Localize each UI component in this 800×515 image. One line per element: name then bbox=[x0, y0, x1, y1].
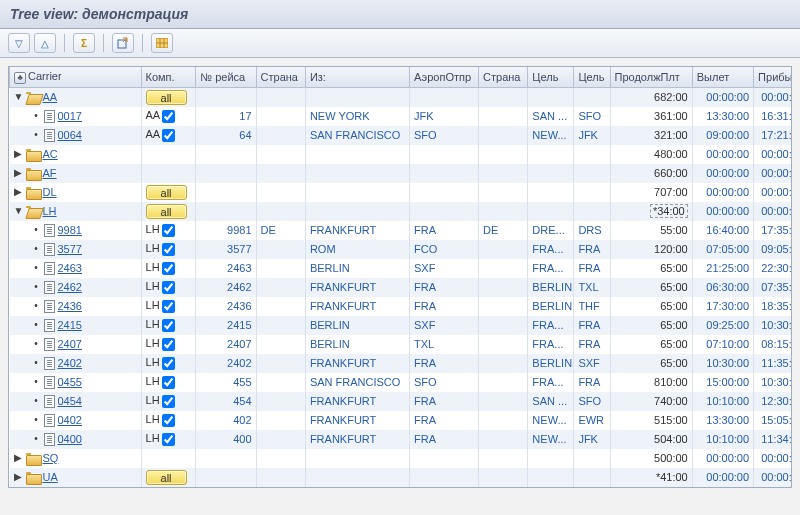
folder-row[interactable]: ▶AF660:0000:00:0000:00:00 bbox=[10, 164, 793, 183]
folder-row[interactable]: ▶SQ500:0000:00:0000:00:00 bbox=[10, 449, 793, 468]
bullet-icon: • bbox=[32, 358, 41, 368]
all-button[interactable]: all bbox=[146, 185, 187, 200]
folder-row[interactable]: ▶UAall*41:0000:00:0000:00:00 bbox=[10, 468, 793, 487]
node-label[interactable]: 2436 bbox=[58, 300, 82, 312]
column-header-country[interactable]: Страна bbox=[256, 67, 305, 87]
flight-row[interactable]: •2402LH2402FRANKFURTFRABERLINSXF65:0010:… bbox=[10, 354, 793, 373]
depart-time: 17:30:00 bbox=[706, 300, 749, 312]
row-checkbox[interactable] bbox=[162, 357, 175, 370]
column-header-depap[interactable]: АэропОтпр bbox=[410, 67, 479, 87]
flight-row[interactable]: •0454LH454FRANKFURTFRASAN ...SFO740:0010… bbox=[10, 392, 793, 411]
row-checkbox[interactable] bbox=[162, 224, 175, 237]
node-label[interactable]: 3577 bbox=[58, 243, 82, 255]
row-checkbox[interactable] bbox=[162, 414, 175, 427]
node-label[interactable]: 0064 bbox=[58, 129, 82, 141]
expand-icon[interactable]: ▶ bbox=[14, 149, 23, 159]
row-checkbox[interactable] bbox=[162, 281, 175, 294]
airport-from: FCO bbox=[414, 243, 437, 255]
flight-row[interactable]: •9981LH9981DEFRANKFURTFRADEDRE...DRS55:0… bbox=[10, 221, 793, 240]
flight-row[interactable]: •0455LH455SAN FRANCISCOSFOFRA...FRA810:0… bbox=[10, 373, 793, 392]
row-checkbox[interactable] bbox=[162, 300, 175, 313]
column-header-from[interactable]: Из: bbox=[305, 67, 409, 87]
row-checkbox[interactable] bbox=[162, 338, 175, 351]
depart-time: 13:30:00 bbox=[706, 110, 749, 122]
column-label: Carrier bbox=[28, 70, 62, 82]
sum-icon[interactable]: Σ bbox=[73, 33, 95, 53]
all-button[interactable]: all bbox=[146, 204, 187, 219]
node-label[interactable]: 2415 bbox=[58, 319, 82, 331]
folder-row[interactable]: ▶DLall707:0000:00:0000:00:00 bbox=[10, 183, 793, 202]
carrier-code: AA bbox=[146, 128, 161, 140]
node-label[interactable]: AA bbox=[43, 91, 58, 103]
flight-row[interactable]: •2462LH2462FRANKFURTFRABERLINTXL65:0006:… bbox=[10, 278, 793, 297]
node-label[interactable]: AC bbox=[43, 148, 58, 160]
collapse-all-icon[interactable]: △ bbox=[34, 33, 56, 53]
flight-number: 2415 bbox=[227, 319, 251, 331]
column-header-comp[interactable]: Комп. bbox=[141, 67, 196, 87]
node-label[interactable]: DL bbox=[43, 186, 57, 198]
bullet-icon: • bbox=[32, 263, 41, 273]
column-header-dest2[interactable]: Цель bbox=[574, 67, 610, 87]
column-header-country2[interactable]: Страна bbox=[479, 67, 528, 87]
row-checkbox[interactable] bbox=[162, 110, 175, 123]
export-icon[interactable] bbox=[112, 33, 134, 53]
node-label[interactable]: 2402 bbox=[58, 357, 82, 369]
expand-icon[interactable]: ▶ bbox=[14, 453, 23, 463]
node-label[interactable]: 0455 bbox=[58, 376, 82, 388]
row-checkbox[interactable] bbox=[162, 395, 175, 408]
node-label[interactable]: 2407 bbox=[58, 338, 82, 350]
node-label[interactable]: SQ bbox=[43, 452, 59, 464]
node-label[interactable]: LH bbox=[43, 205, 57, 217]
node-label[interactable]: AF bbox=[43, 167, 57, 179]
depart-time: 15:00:00 bbox=[706, 376, 749, 388]
row-checkbox[interactable] bbox=[162, 319, 175, 332]
flight-row[interactable]: •0064AA64SAN FRANCISCOSFONEW...JFK321:00… bbox=[10, 126, 793, 145]
all-button[interactable]: all bbox=[146, 470, 187, 485]
flight-row[interactable]: •2407LH2407BERLINTXLFRA...FRA65:0007:10:… bbox=[10, 335, 793, 354]
layout-icon[interactable] bbox=[151, 33, 173, 53]
node-label[interactable]: 0017 bbox=[58, 110, 82, 122]
airport-from: FRA bbox=[414, 433, 436, 445]
all-button[interactable]: all bbox=[146, 90, 187, 105]
row-checkbox[interactable] bbox=[162, 129, 175, 142]
expand-icon[interactable]: ▶ bbox=[14, 168, 23, 178]
folder-row[interactable]: ▼LHall*34:0000:00:0000:00:00 bbox=[10, 202, 793, 221]
column-header-carrier[interactable]: ♣Carrier bbox=[10, 67, 142, 87]
folder-row[interactable]: ▼AAall682:0000:00:0000:00:00 bbox=[10, 87, 793, 107]
flight-row[interactable]: •0402LH402FRANKFURTFRANEW...EWR515:0013:… bbox=[10, 411, 793, 430]
flight-row[interactable]: •0017AA17NEW YORKJFKSAN ...SFO361:0013:3… bbox=[10, 107, 793, 126]
column-header-dep[interactable]: Вылет bbox=[692, 67, 753, 87]
column-label: АэропОтпр bbox=[414, 71, 471, 83]
node-label[interactable]: 2462 bbox=[58, 281, 82, 293]
column-header-dest[interactable]: Цель bbox=[528, 67, 574, 87]
collapse-icon[interactable]: ▼ bbox=[14, 206, 23, 216]
node-label[interactable]: UA bbox=[43, 471, 58, 483]
flight-number: 2436 bbox=[227, 300, 251, 312]
node-label[interactable]: 0454 bbox=[58, 395, 82, 407]
row-checkbox[interactable] bbox=[162, 433, 175, 446]
column-header-dur[interactable]: ПродолжПлт bbox=[610, 67, 692, 87]
row-checkbox[interactable] bbox=[162, 262, 175, 275]
expand-all-icon[interactable]: ▽ bbox=[8, 33, 30, 53]
airport-from: FRA bbox=[414, 300, 436, 312]
window-title: Tree view: демонстрация bbox=[0, 0, 800, 29]
node-label[interactable]: 0402 bbox=[58, 414, 82, 426]
node-label[interactable]: 0400 bbox=[58, 433, 82, 445]
row-checkbox[interactable] bbox=[162, 243, 175, 256]
flight-row[interactable]: •2463LH2463BERLINSXFFRA...FRA65:0021:25:… bbox=[10, 259, 793, 278]
flight-row[interactable]: •2415LH2415BERLINSXFFRA...FRA65:0009:25:… bbox=[10, 316, 793, 335]
flight-row[interactable]: •2436LH2436FRANKFURTFRABERLINTHF65:0017:… bbox=[10, 297, 793, 316]
node-label[interactable]: 9981 bbox=[58, 224, 82, 236]
row-checkbox[interactable] bbox=[162, 376, 175, 389]
flight-number: 454 bbox=[233, 395, 251, 407]
node-label[interactable]: 2463 bbox=[58, 262, 82, 274]
column-header-flight[interactable]: № рейса bbox=[196, 67, 256, 87]
column-header-arr[interactable]: Прибыт bbox=[754, 67, 792, 87]
collapse-icon[interactable]: ▼ bbox=[14, 92, 23, 102]
flight-row[interactable]: •0400LH400FRANKFURTFRANEW...JFK504:0010:… bbox=[10, 430, 793, 449]
city-from: FRANKFURT bbox=[310, 357, 376, 369]
expand-icon[interactable]: ▶ bbox=[14, 472, 23, 482]
flight-row[interactable]: •3577LH3577ROMFCOFRA...FRA120:0007:05:00… bbox=[10, 240, 793, 259]
folder-row[interactable]: ▶AC480:0000:00:0000:00:00 bbox=[10, 145, 793, 164]
expand-icon[interactable]: ▶ bbox=[14, 187, 23, 197]
